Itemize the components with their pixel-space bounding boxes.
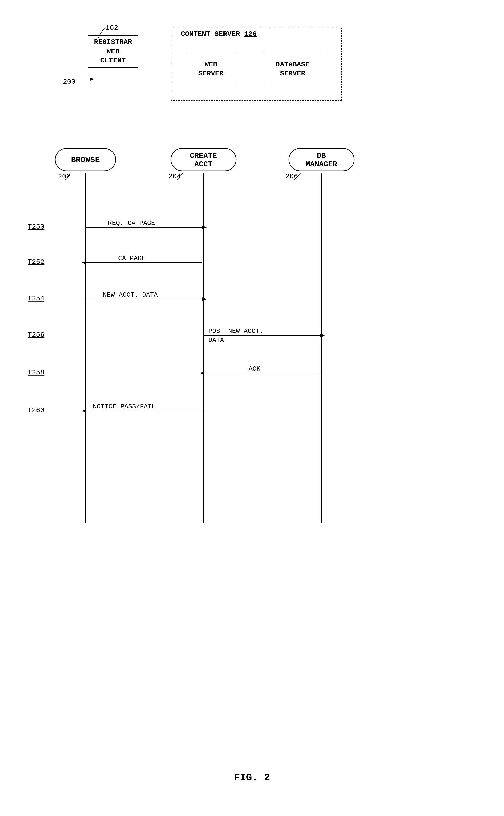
db-manager-number: 206 xyxy=(285,173,298,180)
t258-arrowhead xyxy=(200,371,204,375)
svg-marker-1 xyxy=(90,78,94,81)
registrar-line1: REGISTRAR xyxy=(94,38,132,47)
top-diagram: 162 REGISTRAR WEB CLIENT 200 CONTENT SER… xyxy=(50,20,402,126)
db-manager-line2: MANAGER xyxy=(306,160,337,168)
t256-label: T256 xyxy=(28,331,44,339)
t256-msg-line1: POST NEW ACCT. xyxy=(208,328,263,335)
t252-msg: CA PAGE xyxy=(118,255,145,262)
page: 162 REGISTRAR WEB CLIENT 200 CONTENT SER… xyxy=(0,0,504,816)
t252-label: T252 xyxy=(28,258,44,266)
browse-label: BROWSE xyxy=(71,155,100,164)
registrar-line3: CLIENT xyxy=(94,56,132,65)
db-manager-line1: DB xyxy=(317,151,326,160)
content-server-label: CONTENT SERVER 126 xyxy=(181,30,257,38)
t258-label: T258 xyxy=(28,369,44,376)
t250-msg: REQ. CA PAGE xyxy=(108,220,155,227)
database-server-box: DATABASE SERVER xyxy=(264,53,321,85)
sequence-diagram: BROWSE 202 CREATE ACCT 204 DB MANAGER 20… xyxy=(20,146,487,560)
content-server-number: 126 xyxy=(244,30,257,38)
t252-arrowhead xyxy=(82,261,86,264)
t260-label: T260 xyxy=(28,406,44,414)
t254-label: T254 xyxy=(28,295,44,302)
create-acct-number: 204 xyxy=(168,173,181,180)
registrar-web-client-box: REGISTRAR WEB CLIENT xyxy=(88,35,138,68)
web-server-line2: SERVER xyxy=(198,69,224,78)
t260-arrowhead xyxy=(82,409,86,413)
t254-msg: NEW ACCT. DATA xyxy=(103,291,158,299)
web-server-line1: WEB xyxy=(198,60,224,69)
fig-label: FIG. 2 xyxy=(234,772,270,783)
t250-arrowhead xyxy=(202,226,207,229)
web-server-box: WEB SERVER xyxy=(186,53,236,85)
create-acct-line2: ACCT xyxy=(194,160,212,168)
registrar-line2: WEB xyxy=(94,47,132,56)
db-server-line2: SERVER xyxy=(276,69,309,78)
t260-msg: NOTICE PASS/FAIL xyxy=(93,403,156,410)
browse-number: 202 xyxy=(58,173,70,180)
t256-msg-line2: DATA xyxy=(208,336,224,344)
t254-arrowhead xyxy=(202,297,207,301)
t258-msg: ACK xyxy=(249,365,260,373)
create-acct-line1: CREATE xyxy=(190,151,217,160)
t256-arrowhead xyxy=(320,334,325,337)
label-200-arrow xyxy=(75,74,95,87)
db-server-line1: DATABASE xyxy=(276,60,309,69)
label-200: 200 xyxy=(63,78,75,86)
t250-label: T250 xyxy=(28,223,44,231)
